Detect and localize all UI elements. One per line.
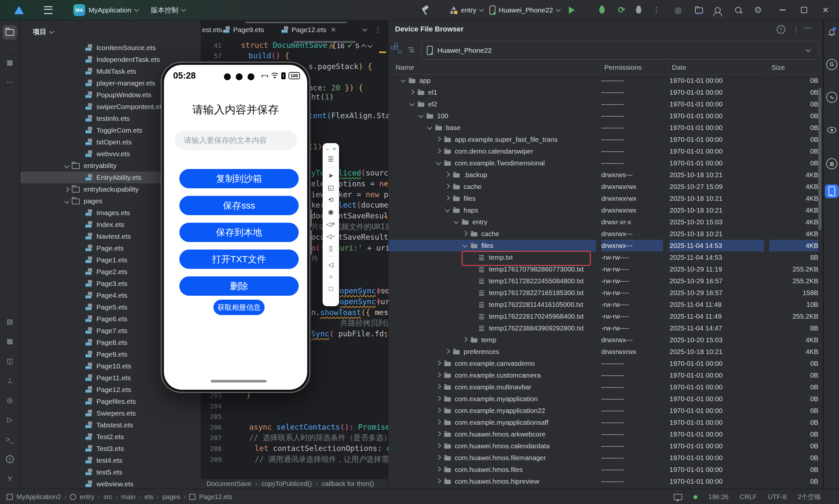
notifications-icon[interactable] [825, 26, 838, 38]
packages-icon[interactable]: ◫ [3, 354, 17, 368]
minimize-window-button[interactable] [780, 0, 786, 20]
run-button[interactable] [569, 0, 575, 20]
code-line[interactable]: ace: 20 }) { [309, 84, 363, 92]
record-icon[interactable]: ◉ [328, 206, 333, 218]
stripe-mark[interactable] [384, 311, 387, 312]
rotate-icon[interactable]: ⟲ [328, 194, 334, 206]
problems-icon[interactable]: ! [3, 452, 17, 466]
codelinter-icon[interactable]: ∿ [825, 91, 838, 104]
home-icon[interactable]: ○ [329, 270, 333, 283]
code-line[interactable]: (1) [309, 142, 322, 151]
dfb-folder-row[interactable]: preferencesdrwxrwxrwx2025-10-18 10:214KB [389, 346, 820, 358]
dfb-file-row[interactable]: temp1762228170245968400.txt-rw-rw----202… [389, 310, 820, 322]
chevron-right-icon[interactable] [436, 148, 441, 153]
services-icon[interactable]: ◎ [3, 393, 17, 408]
codegenie-icon[interactable]: G [825, 58, 838, 71]
breadcrumb-item[interactable]: callback for then() [322, 480, 374, 488]
chevron-right-icon[interactable] [445, 172, 450, 177]
stripe-mark[interactable] [384, 332, 387, 334]
home-indicator[interactable] [211, 380, 267, 382]
screenshot-icon[interactable]: ◱ [328, 181, 334, 194]
more-actions-button[interactable]: ⋮ [652, 0, 660, 20]
dfb-folder-row[interactable]: el1----------1970-01-01 00:000B [389, 87, 820, 98]
chevron-right-icon[interactable] [445, 195, 450, 200]
copy-to-sandbox-button[interactable]: 复制到沙箱 [179, 169, 299, 188]
chevron-down-icon[interactable] [445, 207, 450, 212]
tree-file-row[interactable]: Pagefiles.ets [20, 396, 201, 408]
code-line[interactable]: tent(FlexAlign.Star [309, 111, 395, 120]
tab-options-icon[interactable]: ⋮ [374, 21, 381, 39]
dfb-folder-row[interactable]: hapsdrwxrwxrwx2025-10-18 10:214KB [389, 204, 820, 216]
chevron-right-icon[interactable] [436, 136, 441, 142]
project-selector[interactable]: MA MyApplication [73, 0, 138, 20]
dfb-folder-row[interactable]: cachedrwxrwx---2025-10-18 10:214KB [389, 228, 820, 240]
more-tools-icon[interactable]: ⋯ [3, 75, 17, 89]
recents-icon[interactable]: □ [329, 283, 333, 295]
chevron-down-icon[interactable] [454, 219, 459, 224]
dfb-folder-row[interactable]: com.example.myapplicationsaff----------1… [389, 417, 820, 428]
tree-file-row[interactable]: Swiepers.ets [20, 408, 201, 419]
code-line[interactable]: Sync( pubFile.fd,写 [311, 329, 396, 338]
status-crumb[interactable]: pages [162, 493, 180, 501]
volume-up-icon[interactable]: ◁+ [326, 218, 335, 230]
column-header-name[interactable]: Name [396, 64, 414, 71]
dfb-folder-row[interactable]: filesdrwxrwx---2025-11-04 14:534KB [389, 240, 820, 252]
chevron-right-icon[interactable] [436, 431, 441, 436]
code-line[interactable]: ht(1) [311, 93, 334, 101]
breadcrumb-item[interactable]: copyToPubliced() [261, 480, 311, 488]
tab-page12-ets[interactable]: Page12.ets✕ [281, 21, 336, 39]
chevron-right-icon[interactable] [436, 396, 441, 401]
chevron-right-icon[interactable] [463, 337, 468, 342]
chevron-right-icon[interactable] [445, 183, 450, 188]
chevron-down-icon[interactable] [401, 77, 406, 83]
indent-setting[interactable]: 2个空格 [798, 492, 821, 501]
line-ending[interactable]: CRLF [740, 493, 757, 501]
delete-button[interactable]: 删除 [179, 276, 299, 296]
fold-icon[interactable]: ▯ [329, 242, 332, 254]
main-menu-button[interactable] [44, 0, 52, 20]
dfb-folder-row[interactable]: base----------1970-01-01 00:000B [389, 122, 820, 133]
tree-file-row[interactable]: Tabstest.ets [20, 419, 201, 431]
tab-est-ets[interactable]: est.ets [202, 21, 222, 39]
chevron-right-icon[interactable] [436, 372, 441, 377]
project-panel-header[interactable]: 项目 [33, 27, 53, 36]
dfb-folder-row[interactable]: entrydrwxr-xr-x2025-10-20 15:034KB [389, 216, 820, 228]
tree-file-row[interactable]: Test3.ets [20, 443, 201, 454]
run-window-icon[interactable]: ▤ [3, 314, 17, 329]
chevron-right-icon[interactable] [436, 478, 441, 483]
dfb-scrollbar[interactable] [818, 88, 821, 230]
code-line[interactable]: let contactSelectionOptions: conta [255, 444, 409, 453]
tree-file-row[interactable]: test5.ets [20, 466, 201, 478]
dfb-folder-row[interactable]: com.huawei.hmos.arkwebcore----------1970… [389, 428, 820, 440]
code-line[interactable]: async selectContacts(): Promise<stri [249, 423, 413, 431]
project-structure-button[interactable] [695, 0, 703, 20]
close-window-button[interactable]: ✕ [822, 0, 829, 20]
annotation-icon[interactable]: ≡ [377, 309, 381, 316]
dfb-folder-row[interactable]: filesdrwxrwxrwx2025-10-18 10:214KB [389, 193, 820, 204]
chevron-right-icon[interactable] [436, 408, 441, 413]
annotation-icon[interactable]: ≡ [377, 298, 381, 306]
dfb-file-row[interactable]: temp1761728227165185300.txt-rw-rw----202… [389, 287, 820, 299]
status-crumb[interactable]: ets [144, 493, 153, 501]
structure-tool-icon[interactable]: ▦ [3, 55, 17, 70]
chevron-right-icon[interactable] [436, 466, 441, 472]
close-icon[interactable]: × [333, 146, 336, 152]
chevron-right-icon[interactable] [436, 454, 441, 460]
dfb-folder-row[interactable]: com.example.multinavbar----------1970-01… [389, 381, 820, 393]
dfb-folder-row[interactable]: com.huawei.hmos.files----------1970-01-0… [389, 464, 820, 475]
module-selector[interactable]: entry [450, 0, 483, 20]
hub-icon[interactable]: ⊞ [825, 158, 838, 170]
device-selector[interactable]: Huawei_Phone22 [490, 0, 560, 20]
build-hammer-icon[interactable] [421, 0, 430, 20]
status-crumb[interactable]: MyApplication2 [16, 493, 61, 501]
save-local-button[interactable]: 保存到本地 [179, 223, 299, 242]
status-crumb[interactable]: main [121, 493, 135, 501]
device-locator-icon[interactable]: ◎ [675, 0, 682, 20]
chevron-right-icon[interactable] [463, 231, 468, 236]
code-line[interactable]: s.pageStack) { [309, 62, 372, 71]
prev-problem-icon[interactable] [361, 44, 366, 49]
rerun-button[interactable]: ⟳ [618, 0, 625, 20]
attach-debugger-button[interactable] [636, 0, 641, 20]
dfb-folder-row[interactable]: com.demo.calendarswiper----------1970-01… [389, 145, 820, 157]
chevron-right-icon[interactable] [436, 360, 441, 365]
